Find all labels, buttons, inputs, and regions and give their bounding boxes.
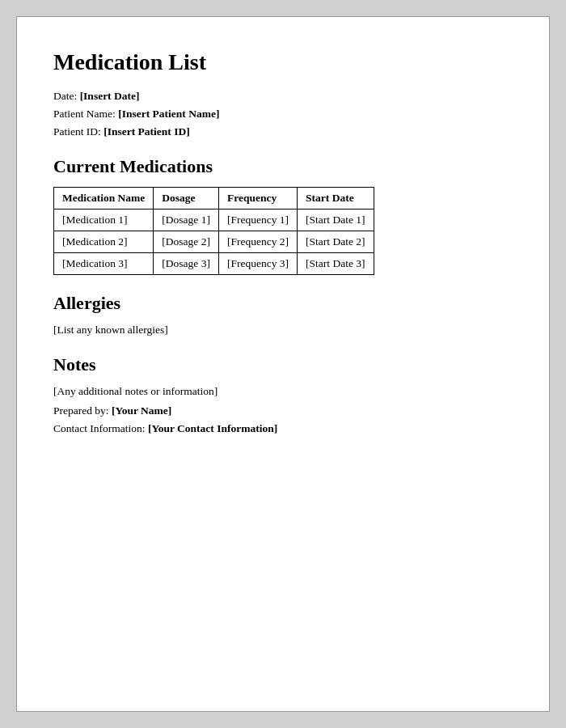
contact-value: [Your Contact Information] — [148, 422, 277, 434]
notes-content: [Any additional notes or information] — [53, 385, 513, 398]
patient-id-label: Patient ID: — [53, 125, 101, 138]
document-page: Medication List Date: [Insert Date] Pati… — [16, 16, 550, 712]
table-row: [Medication 3][Dosage 3][Frequency 3][St… — [54, 253, 374, 275]
table-cell-0-2: [Frequency 1] — [218, 210, 297, 231]
contact-label: Contact Information: — [53, 422, 146, 434]
patient-id-value: [Insert Patient ID] — [103, 125, 189, 138]
table-header-row: Medication Name Dosage Frequency Start D… — [54, 188, 374, 210]
col-header-medication-name: Medication Name — [54, 188, 154, 210]
patient-id-line: Patient ID: [Insert Patient ID] — [53, 125, 513, 138]
date-value: [Insert Date] — [80, 90, 140, 102]
prepared-by-line: Prepared by: [Your Name] — [53, 404, 513, 417]
table-cell-1-1: [Dosage 2] — [154, 231, 219, 253]
table-cell-2-3: [Start Date 3] — [298, 253, 374, 275]
table-cell-2-1: [Dosage 3] — [154, 253, 219, 275]
patient-name-line: Patient Name: [Insert Patient Name] — [53, 108, 513, 121]
allergies-title: Allergies — [53, 293, 513, 314]
medications-table: Medication Name Dosage Frequency Start D… — [53, 187, 374, 275]
table-cell-1-0: [Medication 2] — [54, 231, 154, 253]
allergies-content: [List any known allergies] — [53, 324, 513, 336]
prepared-by-value: [Your Name] — [112, 404, 171, 417]
table-cell-2-2: [Frequency 3] — [218, 253, 297, 275]
table-cell-2-0: [Medication 3] — [54, 253, 154, 275]
date-label: Date: — [53, 90, 77, 102]
col-header-start-date: Start Date — [298, 188, 374, 210]
current-medications-title: Current Medications — [53, 156, 513, 177]
table-row: [Medication 2][Dosage 2][Frequency 2][St… — [54, 231, 374, 253]
prepared-by-label: Prepared by: — [53, 404, 109, 417]
col-header-dosage: Dosage — [154, 188, 219, 210]
col-header-frequency: Frequency — [218, 188, 297, 210]
table-cell-1-2: [Frequency 2] — [218, 231, 297, 253]
table-cell-0-1: [Dosage 1] — [154, 210, 219, 231]
patient-name-label: Patient Name: — [53, 108, 116, 120]
contact-line: Contact Information: [Your Contact Infor… — [53, 422, 513, 435]
table-cell-0-3: [Start Date 1] — [298, 210, 374, 231]
page-title: Medication List — [53, 49, 513, 75]
table-cell-0-0: [Medication 1] — [54, 210, 154, 231]
date-line: Date: [Insert Date] — [53, 90, 513, 103]
patient-name-value: [Insert Patient Name] — [118, 108, 219, 120]
notes-title: Notes — [53, 354, 513, 375]
table-row: [Medication 1][Dosage 1][Frequency 1][St… — [54, 210, 374, 231]
table-cell-1-3: [Start Date 2] — [298, 231, 374, 253]
